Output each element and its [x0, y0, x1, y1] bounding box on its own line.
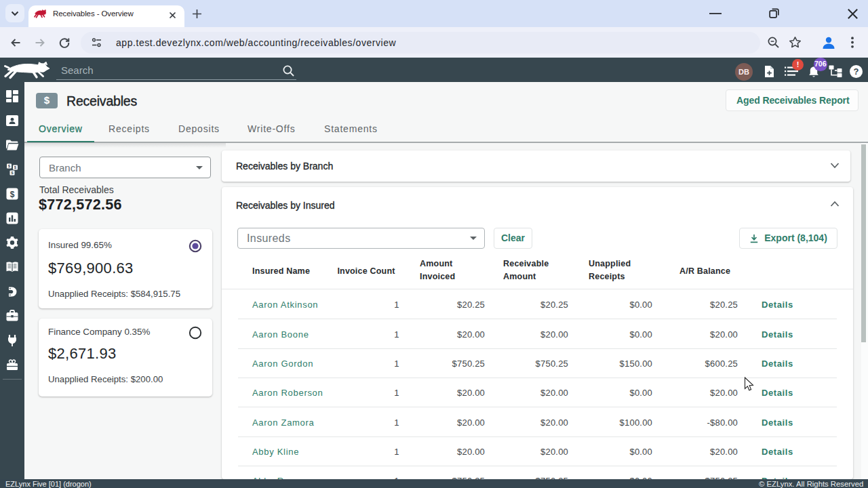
svg-text:$: $ [10, 190, 15, 199]
